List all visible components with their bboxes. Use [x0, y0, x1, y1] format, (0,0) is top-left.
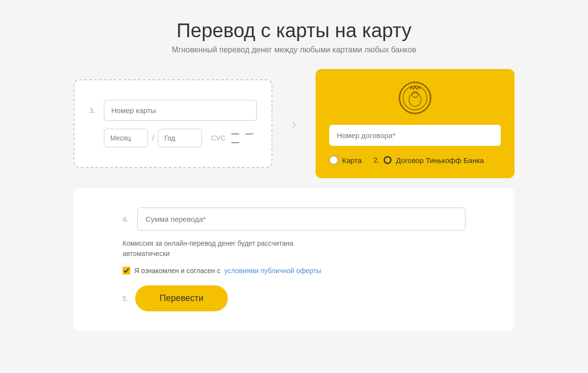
tinkoff-logo-icon	[398, 81, 432, 115]
page-wrapper: Перевод с карты на карту Мгновенный пере…	[0, 0, 588, 350]
card-number-input[interactable]	[104, 100, 257, 121]
bank-logo	[329, 81, 501, 115]
card-number-row: 3.	[89, 100, 257, 121]
page-subtitle: Мгновенный перевод денег между любыми ка…	[172, 46, 416, 54]
svg-point-3	[412, 92, 418, 97]
oferta-link[interactable]: условиями публичной оферты	[224, 267, 321, 275]
radio-contract-input[interactable]	[383, 156, 392, 164]
to-card: Карта 2. Договор Тинькофф Банка	[316, 69, 514, 178]
radio-option-contract[interactable]: 2. Договор Тинькофф Банка	[373, 156, 484, 164]
arrow-icon: ›	[292, 116, 296, 132]
radio-card-input[interactable]	[329, 156, 338, 164]
expiry-slash: /	[152, 134, 154, 142]
page-title: Перевод с карты на карту	[172, 20, 416, 42]
cvc-label: CVC	[211, 134, 225, 142]
contract-number-row	[329, 125, 501, 146]
amount-step-label: 4.	[122, 215, 132, 223]
expiry-row: / CVC — — —	[89, 129, 257, 147]
transfer-arrow: ›	[282, 116, 306, 132]
agree-checkbox[interactable]	[122, 267, 130, 275]
commission-text: Комиссия за онлайн-перевод денег будет р…	[122, 238, 466, 259]
bottom-section: 4. Комиссия за онлайн-перевод денег буде…	[74, 188, 514, 331]
radio-option-card[interactable]: Карта	[329, 156, 362, 164]
radio-card-label: Карта	[342, 156, 362, 164]
cards-section: 3. / CVC — — — ›	[74, 69, 514, 178]
page-header: Перевод с карты на карту Мгновенный пере…	[172, 20, 416, 54]
radio-contract-step: 2.	[373, 156, 379, 164]
contract-number-input[interactable]	[329, 125, 501, 146]
submit-button[interactable]: Перевести	[135, 285, 228, 311]
svg-point-2	[409, 93, 421, 107]
amount-row: 4.	[122, 208, 466, 231]
expiry-month-input[interactable]	[104, 129, 148, 147]
radio-row: Карта 2. Договор Тинькофф Банка	[329, 154, 501, 164]
radio-contract-label: Договор Тинькофф Банка	[396, 156, 484, 164]
amount-input[interactable]	[137, 208, 466, 231]
cvc-value: — — —	[231, 129, 257, 147]
agree-text: Я ознакомлен и согласен с	[134, 267, 220, 275]
agree-row: Я ознакомлен и согласен с условиями публ…	[122, 267, 466, 275]
submit-step-label: 5.	[122, 295, 128, 303]
from-card-step-label: 3.	[89, 106, 99, 115]
from-card: 3. / CVC — — —	[74, 79, 272, 168]
expiry-year-input[interactable]	[158, 129, 202, 147]
submit-row: 5. Перевести	[122, 285, 466, 311]
